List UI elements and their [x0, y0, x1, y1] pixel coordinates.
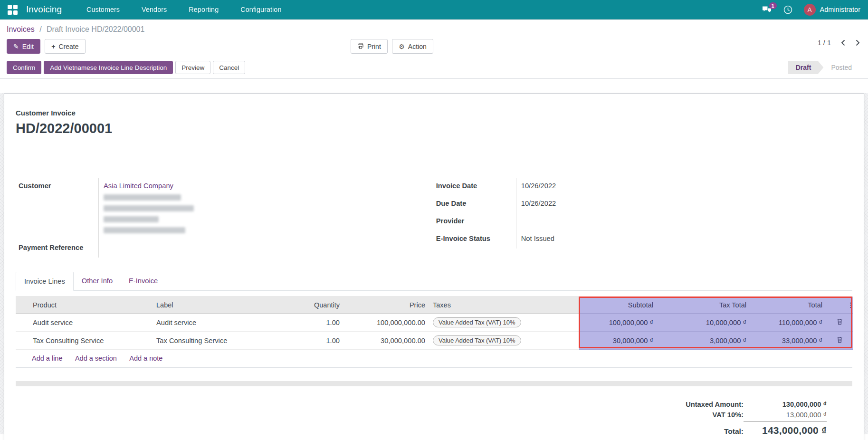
table-row[interactable]: Tax Consulting Service Tax Consulting Se… [16, 332, 853, 350]
status-draft[interactable]: Draft [788, 61, 824, 74]
redacted-address-line [104, 194, 181, 201]
plus-icon: + [51, 43, 55, 50]
pager-next-icon[interactable] [855, 39, 860, 46]
payment-reference-value[interactable] [99, 240, 433, 258]
invoice-date-value[interactable]: 10/26/2022 [516, 178, 851, 196]
provider-label: Provider [433, 213, 516, 231]
invoice-date-label: Invoice Date [433, 178, 516, 196]
delete-row-icon[interactable] [826, 332, 853, 350]
cell-label[interactable]: Tax Consulting Service [153, 332, 277, 350]
redacted-address-line [104, 216, 159, 222]
action-button[interactable]: ⚙ Action [392, 39, 433, 54]
cell-subtotal[interactable]: 30,000,000 ₫ [579, 332, 657, 350]
header-quantity[interactable]: Quantity [277, 297, 343, 314]
breadcrumb-separator: / [39, 25, 41, 33]
preview-button[interactable]: Preview [175, 61, 210, 74]
pencil-icon: ✎ [13, 43, 19, 50]
row-handle[interactable] [16, 332, 29, 350]
user-name: Administrator [820, 6, 860, 13]
due-date-label: Due Date [433, 196, 516, 213]
edit-button[interactable]: ✎ Edit [7, 39, 40, 54]
pager-previous-icon[interactable] [840, 39, 846, 46]
cell-price[interactable]: 30,000,000.00 [343, 332, 429, 350]
cancel-button[interactable]: Cancel [213, 61, 245, 74]
tax-badge: Value Added Tax (VAT) 10% [433, 335, 521, 345]
due-date-value[interactable]: 10/26/2022 [516, 196, 851, 213]
delete-row-icon[interactable] [826, 314, 853, 332]
cell-product[interactable]: Tax Consulting Service [29, 332, 153, 350]
app-name[interactable]: Invoicing [26, 4, 62, 15]
form-background: Customer Invoice HD/2022/00001 Customer … [0, 93, 868, 434]
header-label[interactable]: Label [153, 297, 277, 314]
redacted-address-line [104, 205, 194, 211]
row-handle[interactable] [16, 314, 29, 332]
header-handle [16, 297, 29, 314]
customer-link[interactable]: Asia Limited Company [104, 182, 173, 190]
cell-label[interactable]: Audit service [153, 314, 277, 332]
cell-price[interactable]: 100,000,000.00 [343, 314, 429, 332]
vat-label: VAT 10%: [656, 411, 744, 419]
status-posted[interactable]: Posted [823, 61, 861, 74]
right-field-group: Invoice Date 10/26/2022 Due Date 10/26/2… [433, 178, 851, 258]
einvoice-status-label: E-Invoice Status [433, 231, 516, 249]
add-a-section-link[interactable]: Add a section [75, 354, 117, 362]
payment-reference-label: Payment Reference [16, 240, 99, 258]
header-delete-spacer [826, 297, 843, 314]
gear-icon: ⚙ [399, 43, 405, 50]
optional-columns-icon[interactable]: ⋮ [843, 297, 853, 314]
redacted-address-line [104, 227, 185, 233]
invoice-number-heading: HD/2022/00001 [16, 121, 852, 136]
add-a-note-link[interactable]: Add a note [129, 354, 162, 362]
tab-invoice-lines[interactable]: Invoice Lines [16, 272, 74, 291]
menu-vendors[interactable]: Vendors [142, 6, 167, 13]
cell-product[interactable]: Audit service [29, 314, 153, 332]
pager-counter: 1 / 1 [818, 39, 831, 47]
confirm-button[interactable]: Confirm [7, 61, 41, 74]
add-vietnamese-description-button[interactable]: Add Vietnamese Invoice Line Description [44, 61, 173, 74]
einvoice-status-value[interactable]: Not Issued [516, 231, 851, 249]
header-price[interactable]: Price [343, 297, 429, 314]
create-button[interactable]: + Create [45, 39, 85, 54]
cell-quantity[interactable]: 1.00 [277, 332, 343, 350]
cell-taxes[interactable]: Value Added Tax (VAT) 10% [429, 332, 579, 350]
avatar: A [804, 4, 816, 16]
cell-taxes[interactable]: Value Added Tax (VAT) 10% [429, 314, 579, 332]
tab-e-invoice[interactable]: E-Invoice [121, 272, 166, 291]
provider-value[interactable] [516, 213, 851, 231]
cell-subtotal[interactable]: 100,000,000 ₫ [579, 314, 657, 332]
menu-configuration[interactable]: Configuration [240, 6, 281, 13]
total-value: 143,000,000 ₫ [744, 425, 827, 436]
activities-clock-icon[interactable] [783, 5, 792, 14]
apps-menu-icon[interactable] [8, 5, 18, 15]
header-subtotal[interactable]: Subtotal [579, 297, 657, 314]
cell-total[interactable]: 110,000,000 ₫ [750, 314, 826, 332]
print-button[interactable]: Print [351, 39, 388, 54]
breadcrumb-invoices[interactable]: Invoices [7, 25, 35, 33]
main-menu: Customers Vendors Reporting Configuratio… [86, 6, 281, 13]
cell-tax-total[interactable]: 10,000,000 ₫ [657, 314, 750, 332]
table-footer-links: Add a line Add a section Add a note [16, 350, 852, 368]
vat-value: 13,000,000 ₫ [744, 411, 827, 422]
menu-customers[interactable]: Customers [86, 6, 120, 13]
cell-total[interactable]: 33,000,000 ₫ [750, 332, 826, 350]
header-tax-total[interactable]: Tax Total [657, 297, 750, 314]
breadcrumb-current: Draft Invoice HD/2022/00001 [47, 25, 144, 33]
menu-reporting[interactable]: Reporting [189, 6, 219, 13]
cell-tax-total[interactable]: 3,000,000 ₫ [657, 332, 750, 350]
statusbar: Confirm Add Vietnamese Invoice Line Desc… [0, 61, 868, 79]
tab-other-info[interactable]: Other Info [74, 272, 121, 291]
add-a-line-link[interactable]: Add a line [32, 354, 63, 362]
printer-icon [357, 43, 364, 50]
header-taxes[interactable]: Taxes [429, 297, 579, 314]
control-panel: Invoices / Draft Invoice HD/2022/00001 ✎… [0, 19, 868, 61]
user-menu[interactable]: A Administrator [804, 4, 860, 16]
header-product[interactable]: Product [29, 297, 153, 314]
document-type-label: Customer Invoice [16, 109, 852, 117]
customer-label: Customer [16, 178, 99, 240]
table-row[interactable]: Audit service Audit service 1.00 100,000… [16, 314, 853, 332]
notebook-tabs: Invoice Lines Other Info E-Invoice [16, 272, 852, 291]
untaxed-amount-value: 130,000,000 ₫ [744, 401, 827, 408]
header-total[interactable]: Total [750, 297, 826, 314]
cell-quantity[interactable]: 1.00 [277, 314, 343, 332]
messages-icon[interactable]: 1 [762, 6, 772, 14]
